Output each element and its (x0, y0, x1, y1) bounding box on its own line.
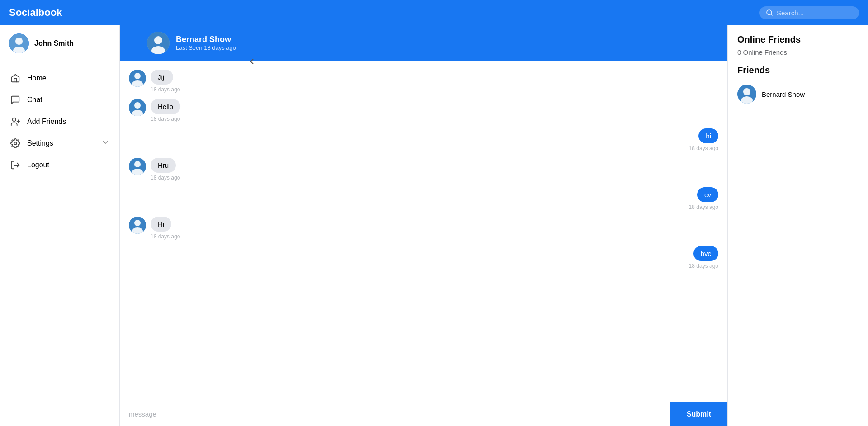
message-row: Hru 18 days ago (129, 158, 718, 181)
layout: John Smith Home Chat (0, 25, 868, 426)
message-row: Hi 18 days ago (129, 217, 718, 240)
message-bubble: Hru (151, 158, 176, 173)
message-content: Jiji 18 days ago (151, 70, 180, 93)
contact-avatar (129, 217, 146, 234)
message-row: Jiji 18 days ago (129, 70, 718, 93)
message-content: Hru 18 days ago (151, 158, 180, 181)
message-avatar-img (129, 99, 146, 116)
svg-line-1 (771, 14, 772, 15)
contact-avatar (129, 158, 146, 175)
friend-name: Bernard Show (762, 90, 805, 98)
message-time: 18 days ago (151, 175, 180, 181)
sidebar-item-logout[interactable]: Logout (0, 154, 119, 176)
message-time: 18 days ago (689, 204, 718, 210)
contact-avatar (129, 99, 146, 116)
online-count: 0 Online Friends (737, 48, 859, 56)
message-time: 18 days ago (689, 145, 718, 151)
chat-contact-name: Bernard Show (176, 35, 236, 44)
message-row: bvc 18 days ago (129, 246, 718, 269)
friends-list: Bernard Show (737, 82, 859, 106)
add-friends-label: Add Friends (27, 118, 109, 126)
chat-main: Bernard Show Last Seen 18 days ago Jiji … (120, 25, 728, 426)
message-content: bvc 18 days ago (689, 246, 718, 269)
message-row: cv 18 days ago (129, 187, 718, 210)
message-bubble: Jiji (151, 70, 173, 85)
chat-contact-avatar (147, 32, 170, 54)
svg-point-20 (134, 161, 141, 167)
avatar (9, 33, 29, 53)
svg-point-3 (15, 38, 23, 45)
message-content: hi 18 days ago (689, 128, 718, 151)
chat-header-info: Bernard Show Last Seen 18 days ago (176, 35, 236, 51)
settings-label: Settings (27, 139, 95, 147)
home-icon (10, 73, 21, 84)
settings-icon (10, 138, 21, 149)
chat-header: Bernard Show Last Seen 18 days ago (120, 25, 727, 61)
chat-icon (10, 95, 21, 105)
message-time: 18 days ago (689, 263, 718, 269)
message-content: Hi 18 days ago (151, 217, 180, 240)
search-input[interactable] (777, 9, 849, 17)
logout-label: Logout (27, 161, 109, 169)
chevron-down-icon (101, 138, 109, 148)
sidebar-item-chat[interactable]: Chat (0, 89, 119, 111)
message-bubble: Hi (151, 217, 171, 232)
svg-point-14 (134, 73, 141, 79)
contact-avatar (129, 70, 146, 87)
contact-avatar-img (147, 32, 170, 54)
chat-contact-status: Last Seen 18 days ago (176, 44, 236, 51)
message-bubble: Hello (151, 99, 180, 114)
friend-avatar-img (737, 85, 756, 104)
message-avatar-img (129, 70, 146, 87)
message-bubble: cv (697, 187, 718, 202)
sidebar-item-settings[interactable]: Settings (0, 133, 119, 154)
message-time: 18 days ago (151, 233, 180, 240)
submit-button[interactable]: Submit (670, 402, 727, 426)
friend-avatar (737, 85, 756, 104)
sidebar-username: John Smith (34, 39, 74, 47)
sidebar-item-add-friends[interactable]: Add Friends (0, 111, 119, 133)
sidebar: John Smith Home Chat (0, 25, 120, 426)
chat-label: Chat (27, 96, 109, 104)
user-avatar-img (9, 33, 29, 53)
right-panel: Online Friends 0 Online Friends Friends … (728, 25, 868, 426)
sidebar-item-home[interactable]: Home (0, 67, 119, 89)
chat-input-area: Submit (120, 402, 727, 426)
sidebar-nav: Home Chat (0, 62, 119, 426)
message-bubble: bvc (693, 246, 718, 261)
online-friends-title: Online Friends (737, 34, 859, 45)
topnav: Socialbook (0, 0, 868, 25)
message-row: Hello 18 days ago (129, 99, 718, 122)
message-row: hi 18 days ago (129, 128, 718, 151)
logout-icon (10, 160, 21, 170)
sidebar-user: John Smith (0, 25, 119, 62)
friends-title: Friends (737, 65, 859, 76)
message-content: Hello 18 days ago (151, 99, 180, 122)
svg-point-17 (134, 102, 141, 109)
message-content: cv 18 days ago (689, 187, 718, 210)
add-friends-icon (10, 116, 21, 127)
svg-point-26 (743, 88, 750, 95)
search-icon (766, 9, 773, 16)
svg-point-23 (134, 220, 141, 226)
message-time: 18 days ago (151, 116, 180, 122)
messages-area: Jiji 18 days ago Hello 18 days ago hi 18… (120, 61, 727, 402)
friend-item[interactable]: Bernard Show (737, 82, 859, 106)
app-brand: Socialbook (9, 7, 62, 19)
svg-point-8 (14, 142, 17, 145)
message-input[interactable] (120, 402, 670, 426)
back-button[interactable] (247, 57, 256, 68)
search-bar[interactable] (760, 6, 859, 19)
message-time: 18 days ago (151, 86, 180, 93)
message-avatar-img (129, 217, 146, 234)
svg-point-5 (13, 118, 16, 121)
message-avatar-img (129, 158, 146, 175)
message-bubble: hi (698, 128, 718, 143)
svg-point-11 (154, 36, 162, 44)
home-label: Home (27, 74, 109, 82)
